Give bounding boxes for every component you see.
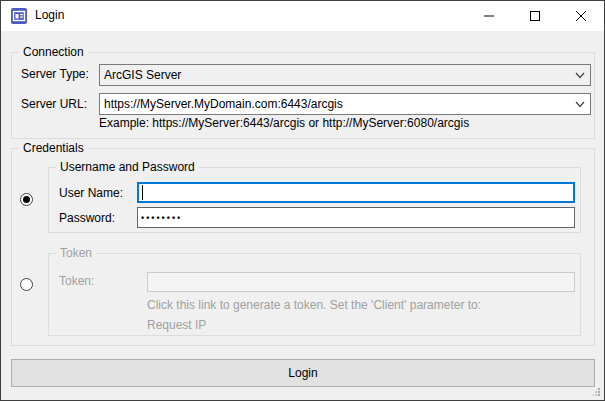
server-type-value: ArcGIS Server — [104, 68, 181, 82]
connection-group-label: Connection — [19, 45, 88, 59]
credentials-group-label: Credentials — [19, 141, 88, 155]
text-caret — [142, 185, 143, 200]
username-input[interactable] — [137, 182, 575, 203]
app-icon — [11, 8, 27, 24]
window-title: Login — [35, 8, 64, 22]
close-icon — [576, 11, 586, 21]
minimize-icon — [484, 11, 494, 21]
minimize-button[interactable] — [466, 1, 512, 31]
server-type-dropdown[interactable]: ArcGIS Server — [99, 64, 591, 86]
server-url-value: https://MyServer.MyDomain.com:6443/arcgi… — [104, 97, 343, 111]
login-dialog: Login Connection Server Type: ArcGIS Ser… — [0, 0, 605, 401]
token-input — [147, 272, 575, 292]
token-radio[interactable] — [20, 278, 33, 291]
server-url-label: Server URL: — [21, 97, 87, 111]
chevron-down-icon — [575, 72, 585, 79]
dialog-body: Connection Server Type: ArcGIS Server Se… — [1, 31, 604, 400]
token-hint-text: Click this link to generate a token. Set… — [147, 298, 481, 312]
login-button[interactable]: Login — [11, 359, 595, 387]
maximize-icon — [530, 11, 540, 21]
server-url-combobox[interactable]: https://MyServer.MyDomain.com:6443/arcgi… — [99, 93, 591, 115]
close-button[interactable] — [558, 1, 604, 31]
token-group: Token — [48, 253, 581, 336]
token-group-label: Token — [56, 246, 96, 260]
token-request-ip-link: Request IP — [147, 318, 206, 332]
resize-grip[interactable] — [591, 387, 601, 397]
titlebar[interactable]: Login — [1, 1, 604, 31]
username-label: User Name: — [59, 186, 123, 200]
maximize-button[interactable] — [512, 1, 558, 31]
token-label: Token: — [59, 274, 94, 288]
username-password-group-label: Username and Password — [56, 160, 199, 174]
server-url-example: Example: https://MyServer:6443/arcgis or… — [99, 116, 469, 130]
username-password-radio[interactable] — [20, 193, 33, 206]
password-input[interactable] — [137, 207, 575, 228]
password-label: Password: — [59, 211, 115, 225]
chevron-down-icon — [575, 101, 585, 108]
server-type-label: Server Type: — [21, 67, 89, 81]
